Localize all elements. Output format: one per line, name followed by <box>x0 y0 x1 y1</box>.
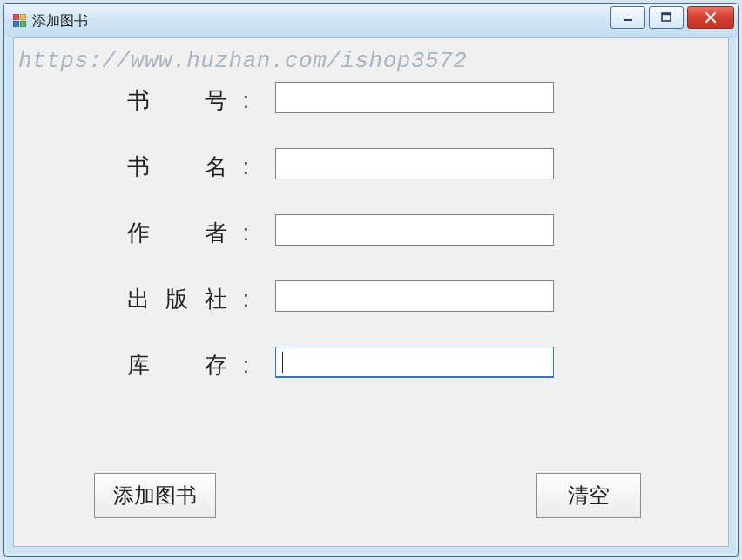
label-stock: 库 存: <box>127 350 249 381</box>
window-title: 添加图书 <box>32 12 88 30</box>
input-author[interactable] <box>275 214 554 246</box>
watermark-text: https://www.huzhan.com/ishop3572 <box>18 48 467 74</box>
maximize-button[interactable] <box>649 6 684 29</box>
label-publisher: 出版社: <box>127 284 249 314</box>
window-controls <box>610 6 734 29</box>
row-author: 作 者: <box>14 214 728 253</box>
input-stock[interactable] <box>275 347 554 378</box>
minimize-icon <box>622 11 634 24</box>
client-area: 书 号: 书 名: 作 者: 出版社: 库 存: 添加图书 <box>13 37 729 547</box>
add-book-button[interactable]: 添加图书 <box>94 473 216 518</box>
window-frame: 添加图书 书 号: 书 名: 作 者: <box>3 3 739 557</box>
input-book-name[interactable] <box>275 148 554 179</box>
row-book-id: 书 号: <box>14 82 728 120</box>
close-button[interactable] <box>687 6 734 29</box>
svg-rect-0 <box>624 19 632 21</box>
label-book-name: 书 名: <box>127 152 249 182</box>
buttons-row: 添加图书 清空 <box>14 473 728 520</box>
input-book-id[interactable] <box>275 82 554 113</box>
maximize-icon <box>660 11 672 24</box>
input-publisher[interactable] <box>275 280 554 312</box>
row-book-name: 书 名: <box>14 148 728 186</box>
text-caret <box>282 352 283 373</box>
titlebar: 添加图书 <box>4 4 738 37</box>
svg-rect-2 <box>662 13 671 15</box>
label-book-id: 书 号: <box>127 85 249 116</box>
row-publisher: 出版社: <box>14 280 728 319</box>
row-stock: 库 存: <box>14 347 728 385</box>
app-icon <box>13 14 27 28</box>
form-area: 书 号: 书 名: 作 者: 出版社: 库 存: <box>14 38 728 546</box>
close-icon <box>704 10 718 24</box>
clear-button[interactable]: 清空 <box>536 473 641 518</box>
minimize-button[interactable] <box>610 6 645 29</box>
label-author: 作 者: <box>127 218 249 248</box>
